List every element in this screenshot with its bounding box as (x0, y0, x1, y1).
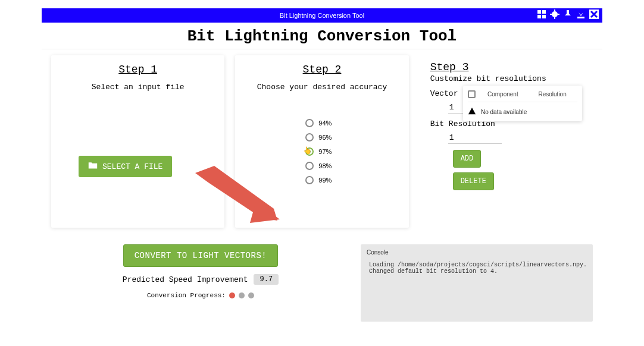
step1-card: Step 1 Select an input file SELECT A FIL… (51, 55, 224, 228)
col-resolution: Resolution (538, 91, 577, 97)
step1-subtitle: Select an input file (62, 83, 214, 92)
download-icon[interactable] (576, 10, 586, 22)
console-line: Loading /home/soda/projects/cogsci/scrip… (369, 262, 587, 268)
header-title: Bit Lightning Conversion Tool (280, 12, 364, 19)
convert-panel: CONVERT TO LIGHT VECTORS! Predicted Spee… (51, 244, 350, 299)
svg-rect-1 (542, 10, 546, 14)
radio-label: 94% (318, 119, 332, 127)
accuracy-option-97[interactable]: 👆97% (305, 147, 332, 156)
accuracy-option-96[interactable]: 96% (305, 133, 332, 141)
select-file-label: SELECT A FILE (102, 162, 162, 171)
step2-card: Step 2 Choose your desired accuracy 94% … (235, 55, 408, 228)
svg-rect-8 (558, 14, 559, 15)
select-file-button[interactable]: SELECT A FILE (79, 156, 172, 177)
convert-button[interactable]: CONVERT TO LIGHT VECTORS! (123, 244, 279, 267)
svg-rect-5 (554, 10, 555, 11)
bottom-row: CONVERT TO LIGHT VECTORS! Predicted Spee… (51, 244, 593, 322)
bit-resolution-input[interactable] (448, 132, 502, 144)
svg-rect-3 (542, 15, 546, 18)
progress-label: Conversion Progress: (147, 292, 226, 299)
svg-rect-7 (550, 14, 552, 15)
psi-label: Predicted Speed Improvement (123, 275, 248, 284)
add-button[interactable]: ADD (453, 150, 482, 168)
resolution-table: Component Resolution No data available (463, 86, 582, 121)
close-icon[interactable] (589, 10, 599, 22)
radio-label: 96% (318, 134, 332, 141)
android-icon[interactable] (550, 10, 559, 22)
header-bar: Bit Lightning Conversion Tool (42, 8, 602, 23)
predicted-speed-row: Predicted Speed Improvement 9.7 (123, 274, 279, 285)
console-panel: Console Loading /home/soda/projects/cogs… (361, 244, 593, 322)
console-line: Changed default bit resolution to 4. (369, 268, 587, 275)
svg-point-4 (552, 11, 558, 17)
warning-icon (468, 107, 476, 117)
step2-subtitle: Choose your desired accuracy (246, 83, 398, 92)
step2-title: Step 2 (246, 64, 398, 76)
radio-label: 99% (318, 177, 332, 184)
accuracy-option-94[interactable]: 94% (305, 119, 332, 127)
table-empty-text: No data available (481, 109, 527, 115)
progress-dot-2 (239, 292, 245, 298)
page-title: Bit Lightning Conversion Tool (0, 27, 644, 45)
progress-row: Conversion Progress: (147, 292, 254, 299)
grid-icon[interactable] (537, 10, 546, 22)
accuracy-options: 94% 96% 👆97% 98% 99% (305, 119, 398, 184)
radio-label: 97% (318, 148, 332, 155)
radio-icon (305, 147, 314, 156)
radio-icon (305, 162, 314, 170)
table-empty-row: No data available (468, 102, 577, 117)
table-header: Component Resolution (468, 90, 577, 102)
accuracy-option-98[interactable]: 98% (305, 162, 332, 170)
select-all-checkbox[interactable] (468, 90, 476, 98)
pin-icon[interactable] (563, 10, 573, 22)
step3-form: Vector Component Bit Resolution ADD DELE… (430, 89, 582, 190)
accuracy-option-99[interactable]: 99% (305, 176, 332, 184)
steps-row: Step 1 Select an input file SELECT A FIL… (51, 55, 593, 228)
progress-dot-1 (229, 292, 235, 298)
svg-rect-2 (537, 15, 541, 18)
svg-rect-6 (554, 17, 555, 19)
col-component: Component (487, 91, 527, 97)
console-title: Console (367, 249, 587, 256)
step3-card: Step 3 Customize bit resolutions Vector … (420, 55, 593, 228)
radio-icon (305, 133, 314, 141)
divider (42, 49, 602, 49)
radio-icon (305, 176, 314, 184)
svg-rect-0 (537, 10, 541, 14)
delete-button[interactable]: DELETE (453, 172, 494, 190)
radio-icon (305, 119, 314, 127)
radio-label: 98% (318, 162, 332, 169)
folder-icon (88, 161, 98, 172)
step3-subtitle: Customize bit resolutions (430, 74, 582, 83)
svg-rect-9 (577, 17, 584, 18)
psi-value: 9.7 (254, 274, 279, 285)
progress-dot-3 (248, 292, 254, 298)
step1-title: Step 1 (62, 64, 214, 76)
header-icons (537, 10, 599, 22)
step3-title: Step 3 (430, 61, 582, 73)
